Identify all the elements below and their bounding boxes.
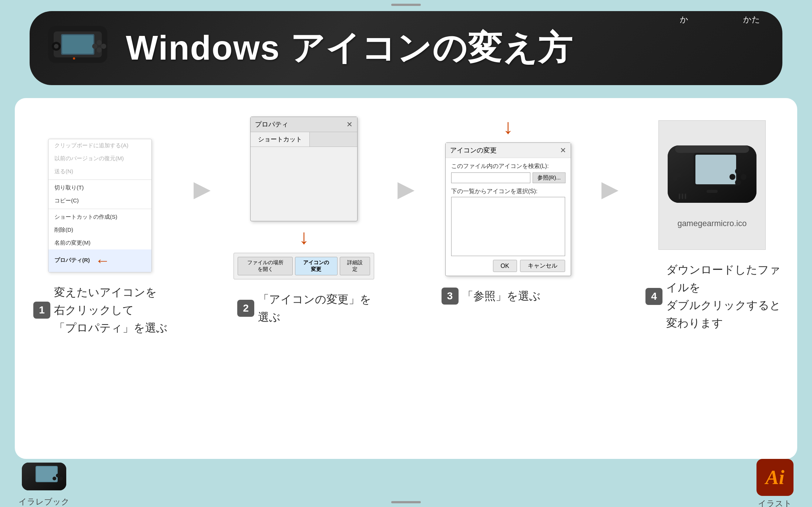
icon-dialog-titlebar: アイコンの変更 ✕ — [446, 143, 571, 158]
svg-rect-16 — [695, 155, 736, 184]
svg-rect-18 — [670, 173, 681, 177]
menu-item-shortcut[interactable]: ショートカットの作成(S) — [48, 211, 151, 224]
step-2-text: 「アイコンの変更」を選ぶ — [258, 291, 374, 326]
step-1-text-2: 右クリックして — [54, 301, 168, 319]
step-3-text: 「参照」を選ぶ — [462, 287, 541, 305]
step-3-badge: 3 — [442, 288, 459, 305]
svg-rect-14 — [675, 145, 749, 153]
arrow-1-2: ▶ — [188, 176, 216, 202]
svg-point-33 — [56, 474, 60, 477]
dialog-close-btn[interactable]: ✕ — [346, 120, 353, 129]
step-2: プロパティ ✕ ショートカット ↓ ファイルの場所を開く — [234, 117, 374, 330]
svg-rect-23 — [707, 190, 718, 193]
bottom-right-label: イラスト — [758, 498, 792, 507]
dialog-footer-buttons: ファイルの場所を開く アイコンの変更 詳細設定 — [234, 253, 374, 279]
svg-point-22 — [735, 179, 741, 185]
menu-item-clipboard[interactable]: クリップボードに追加する(A) — [48, 139, 151, 152]
svg-rect-25 — [682, 194, 683, 199]
search-label: このファイル内のアイコンを検索(L): — [451, 162, 565, 170]
step-4-visual: gamegearmicro.ico — [642, 117, 782, 250]
furigana-kata: かた — [743, 14, 760, 25]
step-1-description: 1 変えたいアイコンを 右クリックして 「プロパティ」を選ぶ — [30, 283, 170, 340]
step-1: クリップボードに追加する(A) 以前のバージョンの復元(M) 送る(N) 切り取… — [30, 117, 170, 340]
dialog-titlebar: プロパティ ✕ — [251, 117, 357, 132]
step-4-badge: 4 — [645, 288, 662, 305]
icon-dialog-close[interactable]: ✕ — [560, 146, 566, 155]
red-arrow-step3: ↓ — [503, 117, 513, 137]
bottom-left-label: イラレブック — [19, 496, 70, 507]
icon-change-dialog: アイコンの変更 ✕ このファイル内のアイコンを検索(L): 参照(R)... 下… — [445, 142, 571, 276]
furigana-ka: か — [680, 14, 688, 25]
icon-list-box — [451, 197, 565, 256]
bottom-right-section: Ai イラスト — [756, 459, 793, 507]
main-content-area: クリップボードに追加する(A) 以前のバージョンの復元(M) 送る(N) 切り取… — [15, 98, 797, 459]
dialog-tab-shortcut[interactable]: ショートカット — [251, 132, 310, 147]
bottom-device-icon — [20, 461, 68, 494]
arrow-2-3: ▶ — [392, 176, 420, 202]
menu-item-properties[interactable]: プロパティ(R) ← — [48, 249, 151, 272]
svg-point-35 — [53, 477, 56, 480]
ok-btn[interactable]: OK — [493, 260, 517, 272]
icon-list-label: 下の一覧からアイコンを選択(S): — [446, 185, 571, 197]
step-2-visual: プロパティ ✕ ショートカット ↓ ファイルの場所を開く — [234, 117, 374, 279]
header-banner: か かた Windows アイコンの変え方 — [30, 11, 782, 85]
properties-dialog: プロパティ ✕ ショートカット — [250, 117, 358, 221]
steps-row: クリップボードに追加する(A) 以前のバージョンの復元(M) 送る(N) 切り取… — [30, 117, 782, 440]
svg-point-10 — [97, 47, 102, 53]
game-device-card: gamegearmicro.ico — [658, 120, 766, 250]
red-arrow-step2: ↓ — [299, 227, 309, 247]
menu-item-rename[interactable]: 名前の変更(M) — [48, 236, 151, 249]
context-menu: クリップボードに追加する(A) 以前のバージョンの復元(M) 送る(N) 切り取… — [48, 139, 152, 272]
top-scrollbar — [391, 4, 421, 6]
bottom-scrollbar — [391, 501, 421, 503]
svg-rect-32 — [23, 477, 29, 479]
cancel-btn[interactable]: キャンセル — [520, 260, 565, 272]
icon-search-input[interactable] — [451, 172, 530, 183]
svg-point-11 — [73, 57, 75, 60]
step-3: ↓ アイコンの変更 ✕ このファイル内のアイコンを検索(L): 参照(R)... — [438, 117, 578, 309]
svg-point-19 — [735, 168, 741, 174]
bottom-bar: イラレブック Ai イラスト — [0, 461, 812, 507]
ai-icon: Ai — [756, 459, 793, 496]
header-device-icon — [41, 19, 115, 78]
step-4-description: 4 ダウンロードしたファイルを ダブルクリックすると変わります — [642, 261, 782, 336]
step-3-description: 3 「参照」を選ぶ — [438, 287, 578, 309]
step-2-description: 2 「アイコンの変更」を選ぶ — [234, 291, 374, 330]
svg-rect-6 — [54, 45, 58, 48]
step-4-text-1: ダウンロードしたファイルを — [666, 261, 782, 296]
svg-point-9 — [92, 44, 97, 49]
menu-item-send[interactable]: 送る(N) — [48, 165, 151, 178]
dialog-title: プロパティ — [255, 120, 288, 129]
svg-rect-24 — [679, 194, 680, 199]
icon-search-section: このファイル内のアイコンを検索(L): 参照(R)... — [446, 158, 571, 185]
step-1-text-1: 変えたいアイコンを — [54, 283, 168, 301]
menu-item-copy[interactable]: コピー(C) — [48, 194, 151, 207]
open-location-btn[interactable]: ファイルの場所を開く — [238, 257, 292, 275]
menu-item-restore[interactable]: 以前のバージョンの復元(M) — [48, 152, 151, 165]
svg-point-34 — [59, 477, 63, 480]
arrow-3-4: ▶ — [596, 176, 624, 202]
advanced-settings-btn[interactable]: 詳細設定 — [340, 257, 370, 275]
change-icon-btn[interactable]: アイコンの変更 — [295, 257, 338, 275]
svg-point-20 — [741, 174, 746, 180]
filename-label: gamegearmicro.ico — [677, 219, 746, 228]
menu-item-delete[interactable]: 削除(D) — [48, 224, 151, 236]
svg-rect-26 — [685, 194, 686, 199]
page-title: Windows アイコンの変え方 — [126, 25, 782, 71]
icon-dialog-title: アイコンの変更 — [450, 146, 497, 155]
step-3-visual: ↓ アイコンの変更 ✕ このファイル内のアイコンを検索(L): 参照(R)... — [438, 117, 578, 276]
step-1-visual: クリップボードに追加する(A) 以前のバージョンの復元(M) 送る(N) 切り取… — [30, 117, 170, 272]
svg-point-8 — [101, 44, 106, 49]
svg-point-21 — [729, 174, 735, 180]
dialog-body — [251, 147, 357, 221]
dialog-tabs: ショートカット — [251, 132, 357, 147]
step-1-text-3: 「プロパティ」を選ぶ — [54, 319, 168, 337]
svg-rect-3 — [62, 35, 93, 54]
step-2-badge: 2 — [237, 300, 254, 317]
step-4: gamegearmicro.ico 4 ダウンロードしたファイルを ダブルクリッ… — [642, 117, 782, 336]
icon-dialog-footer: OK キャンセル — [446, 256, 571, 276]
menu-item-cut[interactable]: 切り取り(T) — [48, 181, 151, 194]
browse-btn[interactable]: 参照(R)... — [533, 172, 566, 183]
svg-point-7 — [97, 40, 102, 45]
step-4-text-2: ダブルクリックすると変わります — [666, 296, 782, 332]
